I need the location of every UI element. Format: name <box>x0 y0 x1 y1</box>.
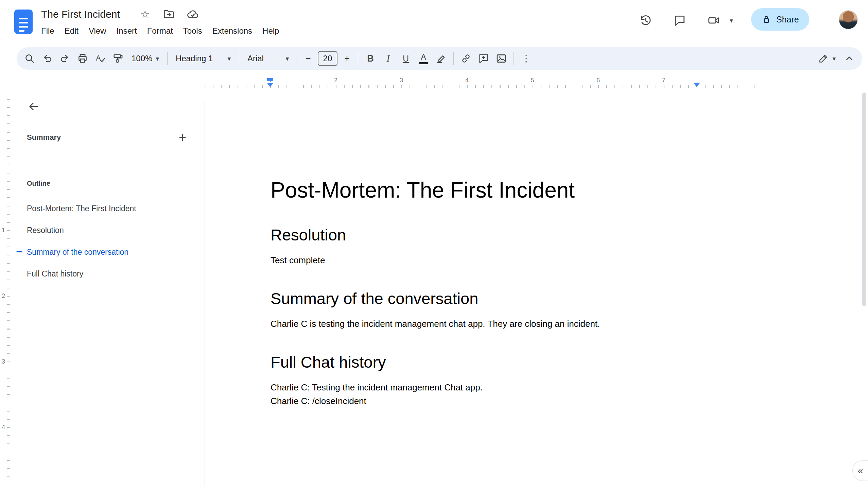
hide-menus-button[interactable] <box>840 50 858 67</box>
paragraph-style-value: Heading 1 <box>176 54 213 63</box>
outline-item-summary-of-conversation[interactable]: Summary of the conversation <box>16 241 193 263</box>
decrease-font-size-button[interactable]: − <box>301 50 316 67</box>
ruler-label: 1 <box>2 227 5 234</box>
editing-mode-select[interactable]: ▾ <box>813 50 840 67</box>
summary-heading: Summary <box>27 133 61 142</box>
menu-edit[interactable]: Edit <box>59 24 84 38</box>
minus-icon: − <box>306 54 311 63</box>
menu-bar: File Edit View Insert Format Tools Exten… <box>36 24 284 38</box>
paint-format-button[interactable] <box>109 50 127 67</box>
image-icon <box>496 53 507 64</box>
insert-image-button[interactable] <box>492 50 510 67</box>
font-family-select[interactable]: Arial ▾ <box>243 50 294 67</box>
font-size-input[interactable]: 20 <box>318 51 337 66</box>
menu-help[interactable]: Help <box>257 24 284 38</box>
search-icon <box>24 53 35 64</box>
toolbar-separator <box>453 52 454 65</box>
font-family-value: Arial <box>247 54 264 63</box>
right-indent-marker[interactable] <box>693 83 700 87</box>
doc-paragraph[interactable]: Test complete <box>271 253 708 267</box>
undo-icon <box>41 53 53 64</box>
search-menus-button[interactable] <box>21 50 38 67</box>
collapse-side-panel-button[interactable]: « <box>852 460 868 481</box>
version-history-icon <box>639 14 652 27</box>
docs-logo-icon[interactable] <box>14 10 33 34</box>
zoom-select[interactable]: 100% ▾ <box>127 50 164 67</box>
spell-check-button[interactable]: A <box>91 50 109 67</box>
meet-dropdown-button[interactable]: ▾ <box>725 11 737 30</box>
spellcheck-icon: A <box>94 53 106 64</box>
vertical-scrollbar-thumb[interactable] <box>862 93 866 306</box>
outline-item-resolution[interactable]: Resolution <box>16 219 193 241</box>
menu-view[interactable]: View <box>84 24 111 38</box>
bold-button[interactable]: B <box>362 50 379 67</box>
italic-button[interactable]: I <box>379 50 397 67</box>
plus-icon: + <box>344 54 350 63</box>
document-status-button[interactable] <box>185 7 200 22</box>
bold-icon: B <box>367 53 374 64</box>
underline-icon: U <box>403 54 409 64</box>
document-title-input[interactable]: The First Incident <box>41 9 120 20</box>
doc-paragraph[interactable]: Charlie C: Testing the incident manageme… <box>271 381 708 394</box>
menu-file[interactable]: File <box>36 24 59 38</box>
close-outline-panel-button[interactable] <box>24 97 44 116</box>
open-comments-button[interactable] <box>670 11 689 30</box>
doc-paragraph[interactable]: Charlie C is testing the incident manage… <box>271 317 708 331</box>
doc-heading-full-chat-history[interactable]: Full Chat history <box>271 352 708 372</box>
star-button[interactable]: ☆ <box>138 7 153 22</box>
text-color-button[interactable]: A <box>415 50 432 67</box>
pencil-icon <box>818 53 829 64</box>
docs-logo-line <box>19 22 28 23</box>
cloud-check-icon <box>187 8 199 20</box>
ruler-label: 7 <box>662 77 665 84</box>
move-to-folder-button[interactable] <box>161 7 176 22</box>
menu-format[interactable]: Format <box>142 24 178 38</box>
outline-item-full-chat-history[interactable]: Full Chat history <box>16 263 193 285</box>
video-camera-icon <box>707 14 720 27</box>
doc-paragraph[interactable]: Charlie C: /closeIncident <box>271 394 708 408</box>
chevron-down-icon: ▾ <box>285 55 289 62</box>
add-comment-button[interactable] <box>475 50 492 67</box>
share-button[interactable]: Share <box>751 8 809 31</box>
outline-list: Post-Mortem: The First Incident Resoluti… <box>16 198 193 285</box>
add-summary-button[interactable]: + <box>174 129 191 146</box>
chevron-down-icon: ▾ <box>156 55 159 62</box>
document-page[interactable]: Post-Mortem: The First Incident Resoluti… <box>205 99 762 486</box>
toolbar-separator <box>239 52 239 65</box>
avatar[interactable] <box>839 10 858 29</box>
highlight-color-button[interactable] <box>432 50 450 67</box>
paint-roller-icon <box>112 53 124 64</box>
outline-heading: Outline <box>27 180 50 187</box>
redo-button[interactable] <box>56 50 74 67</box>
doc-title[interactable]: Post-Mortem: The First Incident <box>271 177 708 203</box>
ruler-label: 4 <box>2 424 5 431</box>
increase-font-size-button[interactable]: + <box>340 50 354 67</box>
paragraph-style-select[interactable]: Heading 1 ▾ <box>171 50 236 67</box>
doc-heading-summary[interactable]: Summary of the conversation <box>271 289 708 308</box>
plus-icon: + <box>179 131 186 144</box>
comment-add-icon <box>478 53 489 64</box>
left-indent-marker[interactable] <box>267 83 274 87</box>
meet-button[interactable] <box>703 11 725 30</box>
underline-button[interactable]: U <box>397 50 415 67</box>
horizontal-ruler: 1 2 3 4 5 6 7 <box>205 77 762 90</box>
toolbar-separator <box>167 52 168 65</box>
insert-link-button[interactable] <box>457 50 475 67</box>
version-history-button[interactable] <box>636 11 655 30</box>
more-toolbar-options-button[interactable]: ⋮ <box>517 50 535 67</box>
first-line-indent-marker[interactable] <box>267 78 273 81</box>
menu-extensions[interactable]: Extensions <box>207 24 257 38</box>
menu-tools[interactable]: Tools <box>178 24 207 38</box>
outline-item-post-mortem[interactable]: Post-Mortem: The First Incident <box>16 198 193 219</box>
doc-heading-resolution[interactable]: Resolution <box>271 225 708 245</box>
link-icon <box>460 53 472 64</box>
chevron-down-icon: ▾ <box>832 55 836 62</box>
ruler-label: 6 <box>596 77 600 84</box>
active-item-dash <box>16 251 22 252</box>
menu-insert[interactable]: Insert <box>111 24 142 38</box>
folder-move-icon <box>163 8 175 20</box>
print-button[interactable] <box>74 50 91 67</box>
undo-button[interactable] <box>38 50 56 67</box>
italic-icon: I <box>386 53 389 64</box>
zoom-value: 100% <box>132 54 152 63</box>
